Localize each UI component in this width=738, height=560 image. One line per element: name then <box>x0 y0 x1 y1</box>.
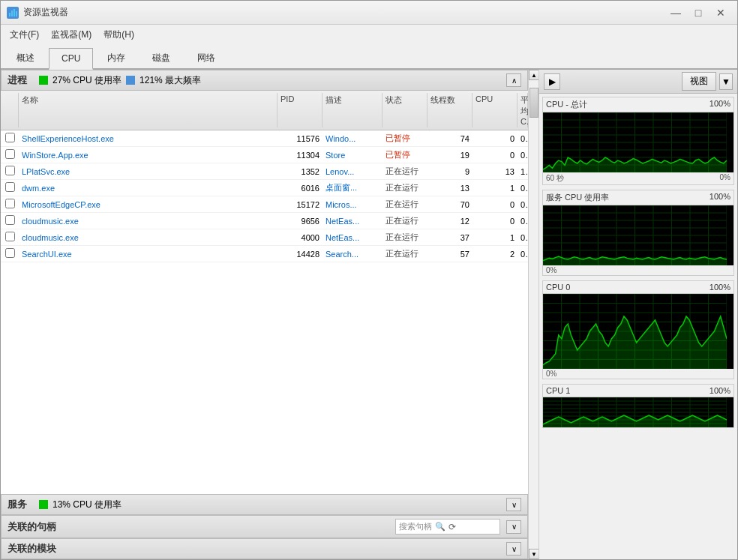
col-status[interactable]: 状态 <box>382 93 428 127</box>
row-checkbox[interactable] <box>1 230 19 244</box>
table-row[interactable]: LPlatSvc.exe 1352 Lenov... 正在运行 9 13 12.… <box>1 163 528 180</box>
right-panel-toolbar: ▶ 视图 ▼ <box>539 70 737 94</box>
services-section: 服务 13% CPU 使用率 ∨ <box>1 494 528 515</box>
col-pid[interactable]: PID <box>278 93 322 127</box>
services-status: 13% CPU 使用率 <box>39 499 122 511</box>
cpu0-graph: CPU 0 100% 0% <box>542 280 734 379</box>
menu-file[interactable]: 文件(F) <box>4 26 45 43</box>
handles-header[interactable]: 关联的句柄 搜索句柄 🔍 ⟳ ∨ <box>1 515 528 538</box>
row-status: 正在运行 <box>382 164 428 178</box>
table-row[interactable]: SearchUI.exe 14428 Search... 正在运行 57 2 0… <box>1 246 528 262</box>
cpu-total-chart <box>543 112 734 172</box>
handles-search[interactable]: 搜索句柄 🔍 ⟳ <box>395 519 500 535</box>
right-expand-button[interactable]: ▶ <box>544 73 560 90</box>
row-checkbox[interactable] <box>1 247 19 261</box>
row-avg: 0.36 <box>518 199 528 211</box>
row-cpu: 1 <box>472 232 518 244</box>
row-cpu: 13 <box>472 166 518 178</box>
process-title: 进程 <box>8 73 27 87</box>
menu-help[interactable]: 帮助(H) <box>98 26 140 43</box>
row-pid: 9656 <box>278 215 322 227</box>
handles-expand-button[interactable]: ∨ <box>506 520 521 534</box>
col-cpu[interactable]: CPU <box>472 93 518 127</box>
services-expand-button[interactable]: ∨ <box>506 498 521 511</box>
process-expand-button[interactable]: ∧ <box>506 73 521 87</box>
process-section-header[interactable]: 进程 27% CPU 使用率 121% 最大频率 ∧ <box>1 70 528 91</box>
close-button[interactable]: ✕ <box>710 4 731 21</box>
tab-bar: 概述 CPU 内存 磁盘 网络 <box>1 44 737 70</box>
cpu1-max: 100% <box>710 386 730 395</box>
maximize-button[interactable]: □ <box>688 4 709 21</box>
row-checkbox[interactable] <box>1 148 19 162</box>
max-freq-label: 121% 最大频率 <box>140 74 201 87</box>
tab-disk[interactable]: 磁盘 <box>140 46 183 70</box>
row-checkbox[interactable] <box>1 181 19 195</box>
tab-overview[interactable]: 概述 <box>4 46 47 70</box>
services-cpu-label: 13% CPU 使用率 <box>52 499 122 511</box>
cpu0-title: CPU 0 <box>546 283 570 292</box>
modules-header[interactable]: 关联的模块 ∨ <box>1 538 528 559</box>
col-threads[interactable]: 线程数 <box>428 93 472 127</box>
cpu-usage-label: 27% CPU 使用率 <box>52 74 122 87</box>
row-status: 正在运行 <box>382 197 428 211</box>
row-checkbox[interactable] <box>1 214 19 228</box>
cpu-total-time: 60 秒 <box>546 173 564 184</box>
services-title: 服务 <box>8 498 27 511</box>
row-cpu: 0 <box>472 199 518 211</box>
row-status: 正在运行 <box>382 230 428 244</box>
cpu0-header: CPU 0 100% <box>543 281 734 294</box>
title-controls: — □ ✕ <box>665 4 731 21</box>
row-checkbox[interactable] <box>1 131 19 145</box>
modules-title: 关联的模块 <box>8 542 56 556</box>
row-avg: 0.00 <box>518 133 528 145</box>
row-desc: NetEas... <box>322 232 382 244</box>
table-row[interactable]: WinStore.App.exe 11304 Store 已暂停 19 0 0.… <box>1 147 528 163</box>
menu-monitor[interactable]: 监视器(M) <box>45 26 98 43</box>
row-status: 已暂停 <box>382 148 428 162</box>
table-row[interactable]: cloudmusic.exe 4000 NetEas... 正在运行 37 1 … <box>1 229 528 246</box>
minimize-button[interactable]: — <box>665 4 686 21</box>
row-avg: 12.47 <box>518 166 528 178</box>
row-threads: 57 <box>428 248 472 260</box>
scroll-down-button[interactable]: ▼ <box>529 549 539 559</box>
services-green-indicator <box>39 500 48 509</box>
scroll-up-button[interactable]: ▲ <box>529 70 539 80</box>
services-header[interactable]: 服务 13% CPU 使用率 ∨ <box>1 494 528 515</box>
main-content: 进程 27% CPU 使用率 121% 最大频率 ∧ 名称 PID 描述 <box>1 70 737 559</box>
row-avg: 0.35 <box>518 248 528 260</box>
col-avg[interactable]: 平均 C... <box>518 93 528 127</box>
scroll-thumb[interactable] <box>530 88 538 118</box>
col-desc[interactable]: 描述 <box>322 93 382 127</box>
row-status: 已暂停 <box>382 131 428 145</box>
row-pid: 6016 <box>278 182 322 194</box>
cpu0-max: 100% <box>710 283 730 292</box>
col-name[interactable]: 名称 <box>19 93 278 127</box>
cpu-total-graph: CPU - 总计 100% 60 秒 0% <box>542 97 734 185</box>
process-status: 27% CPU 使用率 121% 最大频率 <box>39 74 201 87</box>
modules-expand-button[interactable]: ∨ <box>506 542 521 556</box>
tab-memory[interactable]: 内存 <box>94 46 138 70</box>
table-row[interactable]: dwm.exe 6016 桌面窗... 正在运行 13 1 0.46 <box>1 180 528 196</box>
row-threads: 13 <box>428 182 472 194</box>
row-threads: 19 <box>428 149 472 161</box>
view-button[interactable]: 视图 <box>682 72 716 91</box>
view-dropdown-button[interactable]: ▼ <box>719 73 733 90</box>
table-row[interactable]: cloudmusic.exe 9656 NetEas... 正在运行 12 0 … <box>1 213 528 229</box>
scroll-track[interactable] <box>529 80 538 549</box>
row-threads: 12 <box>428 215 472 227</box>
row-checkbox[interactable] <box>1 164 19 178</box>
cpu0-current: 0% <box>546 370 556 378</box>
table-row[interactable]: ShellExperienceHost.exe 11576 Windo... 已… <box>1 130 528 147</box>
row-name: cloudmusic.exe <box>19 232 278 244</box>
refresh-icon[interactable]: ⟳ <box>448 522 456 532</box>
row-desc: Store <box>322 149 382 161</box>
expand-icon: ∧ <box>512 76 517 85</box>
service-cpu-max: 100% <box>710 192 730 203</box>
app-icon <box>7 7 19 19</box>
tab-cpu[interactable]: CPU <box>49 48 93 70</box>
row-avg: 0.35 <box>518 232 528 244</box>
tab-network[interactable]: 网络 <box>184 46 228 70</box>
left-scrollbar[interactable]: ▲ ▼ <box>528 70 538 559</box>
table-row[interactable]: MicrosoftEdgeCP.exe 15172 Micros... 正在运行… <box>1 196 528 213</box>
row-checkbox[interactable] <box>1 197 19 211</box>
